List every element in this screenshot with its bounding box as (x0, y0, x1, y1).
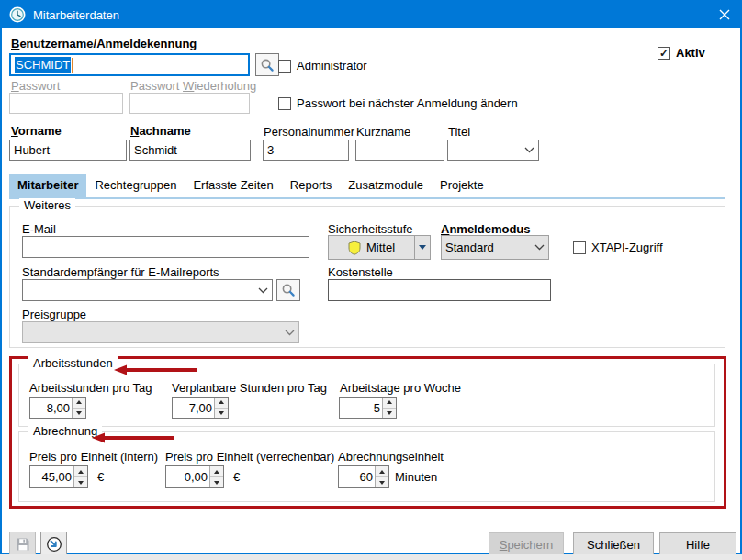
arbeitsstunden-pro-tag-label: Arbeitsstunden pro Tag (29, 381, 152, 395)
tab-zusatzmodule[interactable]: Zusatzmodule (340, 174, 432, 197)
schliessen-button[interactable]: Schließen (573, 532, 654, 556)
xtapi-check: XTAPI-Zugriff (573, 241, 663, 254)
passwort-input[interactable] (9, 93, 123, 114)
kostenstelle-label: Kostenstelle (328, 265, 393, 279)
pw-change-label: Passwort bei nächster Anmeldung ändern (297, 96, 518, 110)
preis-intern-currency: € (97, 470, 104, 484)
spin-up-button[interactable] (383, 398, 396, 409)
spin-down-button[interactable] (73, 409, 85, 419)
tab-erfasste-zeiten[interactable]: Erfasste Zeiten (185, 174, 281, 197)
floppy-disk-icon (16, 537, 30, 552)
red-arrow-icon (114, 364, 197, 375)
tab-underline (9, 197, 725, 199)
spin-up-button[interactable] (74, 466, 87, 477)
abrechnungseinheit-unit: Minuten (395, 470, 437, 484)
spin-up-button[interactable] (73, 398, 85, 409)
red-arrow-icon (92, 432, 174, 443)
kurzname-label: Kurzname (356, 125, 410, 139)
xtapi-checkbox[interactable] (573, 241, 586, 254)
passwort-wiederholung-input[interactable] (129, 93, 250, 114)
pw-change-checkbox[interactable] (278, 97, 291, 110)
username-label: Benutzername/Anmeldekennung (11, 37, 197, 50)
personalnummer-input[interactable]: 3 (263, 140, 349, 161)
tab-mitarbeiter[interactable]: Mitarbeiter (9, 174, 86, 197)
nachname-label: Nachname (130, 124, 191, 138)
hilfe-button[interactable]: Hilfe (659, 532, 736, 556)
username-search-button[interactable] (255, 53, 279, 76)
spin-up-button[interactable] (376, 466, 388, 477)
passwort-wiederholung-label: Passwort Wiederholung (130, 79, 256, 93)
nachname-input[interactable]: Schmidt (129, 140, 251, 161)
spin-up-button[interactable] (210, 466, 223, 477)
window-bottom-edge (0, 554, 742, 560)
shield-icon (348, 241, 361, 255)
arbeitsstunden-pro-tag-spinner[interactable]: 8,00 (29, 397, 86, 419)
xtapi-label: XTAPI-Zugriff (591, 241, 663, 254)
spin-down-button[interactable] (215, 409, 228, 419)
chevron-down-icon (285, 330, 295, 336)
weiteres-caption: Weiteres (19, 198, 75, 212)
passwort-label: Passwort (11, 79, 60, 93)
preis-intern-spinner[interactable]: 45,00 (29, 465, 88, 488)
chevron-down-icon (258, 287, 268, 294)
screen: Mitarbeiterdaten Benutzername/Anmeldeken… (0, 0, 742, 560)
abrechnungseinheit-label: Abrechnungseinheit (338, 450, 444, 464)
spin-down-button[interactable] (383, 409, 396, 419)
chevron-down-icon (524, 147, 534, 153)
time-jump-tool-button[interactable] (40, 532, 67, 557)
empfaenger-label: Standardempfänger für E-Mailreports (22, 265, 219, 279)
vorname-label: Vorname (11, 124, 62, 138)
kurzname-input[interactable] (355, 140, 444, 161)
kostenstelle-input[interactable] (328, 279, 551, 301)
administrator-checkbox[interactable] (278, 60, 291, 73)
personalnummer-label: Personalnummer (264, 125, 354, 139)
username-input[interactable]: SCHMIDT (9, 53, 250, 76)
empfaenger-combobox[interactable] (22, 279, 273, 301)
sicherheitsstufe-value: Mittel (366, 241, 395, 254)
preisgruppe-select[interactable] (22, 321, 299, 343)
aktiv-checkbox[interactable] (658, 47, 670, 60)
close-button[interactable] (709, 2, 740, 28)
email-label: E-Mail (22, 222, 56, 236)
search-icon (260, 58, 275, 73)
spin-down-button[interactable] (210, 477, 223, 487)
anmeldemodus-value: Standard (445, 241, 494, 254)
circle-arrow-icon (46, 536, 62, 553)
tab-projekte[interactable]: Projekte (432, 174, 492, 197)
sicherheitsstufe-arrow-button[interactable] (414, 236, 430, 259)
tab-reports[interactable]: Reports (282, 174, 341, 197)
anmeldemodus-label: Anmeldemodus (441, 222, 531, 236)
abrechnungseinheit-spinner[interactable]: 60 (338, 465, 389, 488)
arbeitsstunden-caption: Arbeitsstunden (28, 356, 118, 370)
username-value: SCHMIDT (15, 57, 71, 73)
verplanbare-stunden-spinner[interactable]: 7,00 (172, 397, 229, 419)
arbeitstage-pro-woche-spinner[interactable]: 5 (339, 397, 397, 419)
vorname-input[interactable]: Hubert (9, 140, 127, 161)
close-icon (719, 9, 730, 20)
titel-label: Titel (448, 125, 470, 139)
administrator-check: Administrator (278, 59, 367, 73)
tab-bar: Mitarbeiter Rechtegruppen Erfasste Zeite… (9, 174, 492, 197)
anmeldemodus-select[interactable]: Standard (441, 235, 549, 260)
preis-verrechenbar-spinner[interactable]: 0,00 (165, 465, 224, 488)
sicherheitsstufe-dropdown[interactable]: Mittel (328, 235, 431, 260)
aktiv-label: Aktiv (676, 46, 705, 60)
window-title: Mitarbeiterdaten (33, 8, 119, 22)
save-tool-button[interactable] (9, 532, 36, 557)
spin-up-button[interactable] (215, 398, 228, 409)
preis-intern-label: Preis pro Einheit (intern) (29, 450, 158, 464)
preis-verrechenbar-currency: € (233, 470, 240, 484)
empfaenger-search-button[interactable] (276, 279, 300, 301)
aktiv-check: Aktiv (658, 46, 705, 60)
titel-select[interactable] (447, 140, 539, 161)
preisgruppe-label: Preisgruppe (22, 308, 86, 321)
spin-down-button[interactable] (74, 477, 87, 487)
tab-rechtegruppen[interactable]: Rechtegruppen (86, 174, 185, 197)
verplanbare-stunden-label: Verplanbare Stunden pro Tag (172, 381, 327, 395)
arbeitstage-pro-woche-label: Arbeitstage pro Woche (340, 381, 461, 395)
pw-change-check: Passwort bei nächster Anmeldung ändern (278, 96, 518, 110)
spin-down-button[interactable] (376, 477, 388, 487)
titlebar: Mitarbeiterdaten (2, 2, 740, 28)
speichern-button[interactable]: Speichern (489, 532, 564, 556)
email-input[interactable] (22, 236, 309, 258)
